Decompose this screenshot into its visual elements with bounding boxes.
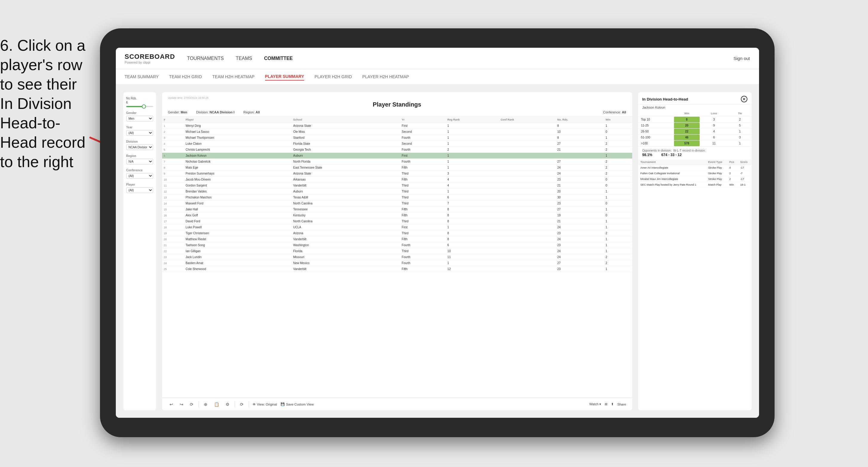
- redo-btn[interactable]: ↪: [178, 401, 185, 408]
- cell-win: 1: [604, 207, 632, 213]
- region-label: Region: [126, 154, 153, 158]
- copy-btn[interactable]: ⊕: [203, 401, 209, 408]
- table-row[interactable]: 15 Jake Hall Tennessee Fifth 8 27 1: [162, 207, 632, 213]
- table-row[interactable]: 8 Mats Ege East Tennessee State Fifth 1 …: [162, 165, 632, 171]
- cell-player: Bastien Amat: [184, 260, 291, 266]
- table-row[interactable]: 7 Nicholas Gabrelcik North Florida Fourt…: [162, 159, 632, 165]
- cell-yr: Fifth: [400, 207, 446, 213]
- table-row[interactable]: 5 Christo Lamprecht Georgia Tech Fourth …: [162, 147, 632, 153]
- paste-btn[interactable]: 📋: [213, 401, 221, 408]
- table-row[interactable]: 11 Gordon Sargent Vanderbilt Third 4 21 …: [162, 183, 632, 189]
- refresh-btn[interactable]: ⟳: [239, 401, 245, 408]
- table-row[interactable]: 19 Tiger Christensen Arizona Third 8 23 …: [162, 230, 632, 236]
- forward-btn[interactable]: ⟳: [188, 401, 195, 408]
- gender-select[interactable]: Men: [126, 116, 153, 121]
- table-row[interactable]: 20 Matthew Riedel Vanderbilt Fifth 8 24 …: [162, 236, 632, 242]
- col-reg-rank: Reg Rank: [446, 117, 499, 123]
- player-select[interactable]: (All): [126, 187, 153, 193]
- nav-item-committee[interactable]: COMMITTEE: [264, 55, 293, 62]
- table-row[interactable]: 3 Michael Thorbjornsen Stanford Fourth 1…: [162, 135, 632, 141]
- col-pos: Pos: [727, 159, 738, 165]
- division-select[interactable]: NCAA Division I: [126, 145, 153, 150]
- cell-yr: Fourth: [400, 159, 446, 165]
- close-btn[interactable]: ✕: [741, 96, 747, 102]
- table-row[interactable]: 13 Phichaksn Maichon Texas A&M Third 6 3…: [162, 194, 632, 200]
- table-row[interactable]: 22 Ian Gilligan Florida Third 10 24 1: [162, 248, 632, 254]
- subnav-player-h2h-heatmap[interactable]: PLAYER H2H HEATMAP: [362, 73, 409, 80]
- cell-reg-rank: 8: [446, 236, 499, 242]
- save-custom-label[interactable]: 💾 Save Custom View: [281, 402, 314, 406]
- cell-reg-rank: 11: [446, 254, 499, 260]
- cell-rank: 16: [162, 213, 184, 218]
- player-filter: Player (All): [126, 183, 153, 193]
- main-content: No Rds. 6 Gender Men Year (Al: [116, 85, 759, 418]
- table-row[interactable]: 4 Luke Claton Florida State Second 1 27 …: [162, 141, 632, 147]
- opponents-stats: 98.1% 674 - 33 - 12: [642, 153, 747, 157]
- cell-school: Vanderbilt: [291, 266, 400, 272]
- h2h-cell-loss: 11: [700, 141, 728, 147]
- more-options-btn[interactable]: ⊞: [605, 402, 608, 406]
- cell-no-rds: 21: [556, 183, 604, 189]
- h2h-cell-loss: 9: [700, 123, 728, 129]
- cell-school: Vanderbilt: [291, 183, 400, 189]
- table-row[interactable]: 14 Maxwell Ford North Carolina Third 7 2…: [162, 200, 632, 207]
- tournament-type: Stroke Play: [706, 176, 727, 182]
- settings-btn[interactable]: ⚙: [224, 401, 231, 408]
- subnav-team-h2h-grid[interactable]: TEAM H2H GRID: [169, 73, 202, 80]
- table-row[interactable]: 16 Alex Goff Kentucky Fifth 8 19 0: [162, 213, 632, 218]
- table-row[interactable]: 25 Cole Sherwood Vanderbilt Fifth 12 23 …: [162, 266, 632, 272]
- table-row[interactable]: 17 David Ford North Carolina Third 8 21 …: [162, 218, 632, 224]
- view-original-label[interactable]: 👁 View: Original: [252, 403, 277, 406]
- cell-reg-rank: 1: [446, 135, 499, 141]
- cell-school: Georgia Tech: [291, 147, 400, 153]
- cell-conf-rank: [499, 260, 556, 266]
- cell-school: Arkansas: [291, 177, 400, 183]
- cell-player: Luke Powell: [184, 224, 291, 230]
- year-select[interactable]: (All): [126, 130, 153, 136]
- cell-conf-rank: [499, 194, 556, 200]
- cell-yr: Third: [400, 194, 446, 200]
- cell-no-rds: 21: [556, 218, 604, 224]
- nav-item-teams[interactable]: TEAMS: [236, 55, 252, 62]
- table-row[interactable]: 2 Michael La Sasso Ole Miss Second 1 10 …: [162, 129, 632, 135]
- region-select[interactable]: N/A: [126, 159, 153, 164]
- gender-filter: Gender Men: [126, 111, 153, 121]
- h2h-col-tie: Tie: [728, 111, 751, 117]
- cell-rank: 11: [162, 183, 184, 189]
- table-row[interactable]: 12 Brendan Valdes Auburn Third 1 20 1: [162, 189, 632, 194]
- cell-school: Tennessee: [291, 207, 400, 213]
- h2h-cell-tie: 3: [728, 134, 751, 141]
- h2h-col-loss: Loss: [700, 111, 728, 117]
- sign-out-button[interactable]: Sign out: [733, 56, 750, 61]
- no-rds-slider[interactable]: [126, 106, 153, 107]
- subnav-team-summary[interactable]: TEAM SUMMARY: [125, 73, 159, 80]
- nav-item-tournaments[interactable]: TOURNAMENTS: [187, 55, 223, 62]
- cell-school: Stanford: [291, 135, 400, 141]
- h2h-cell-label: 11-25: [638, 123, 674, 129]
- share-btn[interactable]: Share: [617, 403, 626, 406]
- table-row[interactable]: 10 Jacob Mou-Dineen Arkansas Fifth 4 23 …: [162, 177, 632, 183]
- cell-school: Vanderbilt: [291, 236, 400, 242]
- tournament-name: Mirabel Maui Jim Intercollegiate: [638, 176, 706, 182]
- cell-no-rds: 24: [556, 248, 604, 254]
- watch-btn[interactable]: Watch ▾: [589, 402, 601, 406]
- subnav-player-h2h-grid[interactable]: PLAYER H2H GRID: [315, 73, 352, 80]
- table-row[interactable]: 21 Taehoon Song Washington Fourth 6 23 1: [162, 242, 632, 248]
- standings-header: Update time: 27/03/2024 16:56:26 Player …: [162, 92, 632, 117]
- table-row[interactable]: 23 Jack Lundin Missouri Fourth 11 24 2: [162, 254, 632, 260]
- table-row[interactable]: 6 Jackson Koivun Auburn First 1 1: [162, 153, 632, 159]
- table-row[interactable]: 18 Luke Powell UCLA First 1 24 1: [162, 224, 632, 230]
- subnav-player-summary[interactable]: PLAYER SUMMARY: [265, 73, 304, 81]
- table-row[interactable]: 24 Bastien Amat New Mexico Fourth 1 27 2: [162, 260, 632, 266]
- cell-conf-rank: [499, 177, 556, 183]
- h2h-cell-label: 26-50: [638, 129, 674, 134]
- table-row[interactable]: 9 Preston Summerhays Arizona State Third…: [162, 171, 632, 177]
- export-btn[interactable]: ⬆: [611, 402, 614, 406]
- undo-btn[interactable]: ↩: [168, 401, 175, 408]
- subnav-team-h2h-heatmap[interactable]: TEAM H2H HEATMAP: [212, 73, 254, 80]
- conference-select[interactable]: (All): [126, 173, 153, 179]
- cell-no-rds: 24: [556, 236, 604, 242]
- h2h-cell-label: Top 10: [638, 117, 674, 123]
- table-row[interactable]: 1 Wenyi Ding Arizona State First 1 8 1: [162, 123, 632, 129]
- view-icon: 👁: [252, 403, 256, 406]
